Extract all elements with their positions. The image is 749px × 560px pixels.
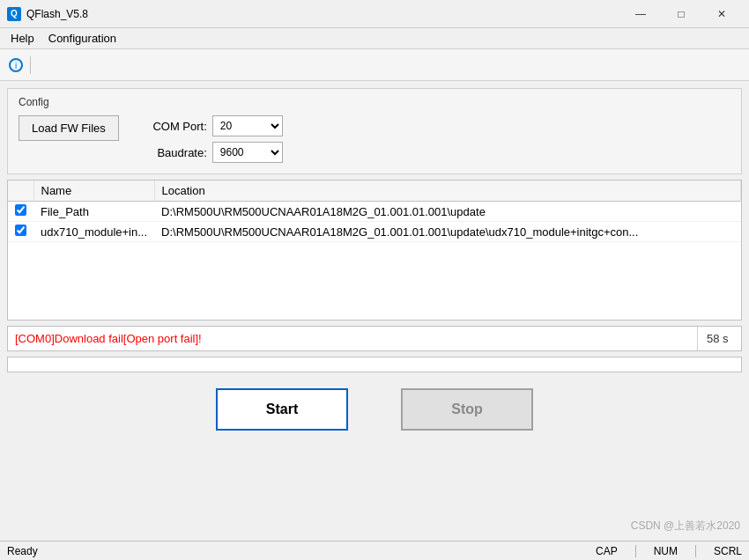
table-row: File_Path D:\RM500U\RM500UCNAAR01A18M2G_… bbox=[8, 202, 741, 222]
buttons-row: Start Stop bbox=[7, 379, 742, 448]
status-num: NUM bbox=[654, 545, 678, 557]
baudrate-row: Baudrate: 9600 19200 38400 57600 115200 bbox=[137, 142, 283, 163]
title-bar-controls: — □ ✕ bbox=[620, 0, 742, 28]
app-icon: Q bbox=[7, 7, 21, 21]
row-location-0: D:\RM500U\RM500UCNAAR01A18M2G_01.001.01.… bbox=[154, 202, 740, 222]
config-section: Config Load FW Files COM Port: 20 1 2 3 … bbox=[7, 88, 742, 174]
baudrate-label: Baudrate: bbox=[137, 146, 207, 159]
title-bar: Q QFlash_V5.8 — □ ✕ bbox=[0, 0, 749, 28]
com-port-row: COM Port: 20 1 2 3 5 10 21 bbox=[137, 115, 283, 136]
row-checkbox-cell bbox=[8, 222, 33, 242]
load-fw-button[interactable]: Load FW Files bbox=[19, 115, 119, 141]
config-fields: COM Port: 20 1 2 3 5 10 21 Baudrate: 960… bbox=[137, 115, 283, 163]
svg-text:i: i bbox=[15, 61, 17, 70]
row-checkbox-cell bbox=[8, 202, 33, 222]
com-port-select[interactable]: 20 1 2 3 5 10 21 bbox=[212, 115, 283, 136]
maximize-button[interactable]: □ bbox=[661, 0, 701, 28]
baudrate-select[interactable]: 9600 19200 38400 57600 115200 bbox=[212, 142, 283, 163]
com-port-label: COM Port: bbox=[137, 120, 207, 133]
progress-area bbox=[7, 357, 742, 372]
row-location-1: D:\RM500U\RM500UCNAAR01A18M2G_01.001.01.… bbox=[154, 222, 740, 242]
main-content: Config Load FW Files COM Port: 20 1 2 3 … bbox=[0, 81, 749, 541]
toolbar-separator bbox=[30, 56, 31, 74]
col-location: Location bbox=[154, 181, 740, 202]
row-checkbox-0[interactable] bbox=[15, 204, 26, 216]
col-name: Name bbox=[33, 181, 154, 202]
table-header-row: Name Location bbox=[8, 181, 741, 202]
row-checkbox-1[interactable] bbox=[15, 225, 26, 236]
row-name-1: udx710_module+in... bbox=[33, 222, 154, 242]
status-sep2 bbox=[695, 545, 696, 557]
menu-configuration[interactable]: Configuration bbox=[41, 30, 123, 47]
config-title: Config bbox=[19, 96, 730, 108]
log-time: 58 s bbox=[697, 327, 741, 350]
file-table-container: Name Location File_Path D:\RM500U\RM500U… bbox=[7, 180, 742, 321]
minimize-button[interactable]: — bbox=[620, 0, 661, 28]
status-cap: CAP bbox=[596, 545, 618, 557]
log-area: [COM0]Download fail[Open port fail]! 58 … bbox=[7, 326, 742, 351]
menu-help[interactable]: Help bbox=[4, 30, 41, 47]
stop-button[interactable]: Stop bbox=[401, 388, 533, 431]
log-message: [COM0]Download fail[Open port fail]! bbox=[8, 327, 697, 350]
status-bar: Ready CAP NUM SCRL bbox=[0, 541, 749, 560]
table-row: udx710_module+in... D:\RM500U\RM500UCNAA… bbox=[8, 222, 741, 242]
file-table: Name Location File_Path D:\RM500U\RM500U… bbox=[8, 181, 741, 242]
title-bar-text: QFlash_V5.8 bbox=[26, 8, 620, 20]
col-checkbox bbox=[8, 181, 33, 202]
file-table-body: File_Path D:\RM500U\RM500UCNAAR01A18M2G_… bbox=[8, 202, 741, 242]
status-sep1 bbox=[635, 545, 636, 557]
status-ready: Ready bbox=[7, 545, 38, 557]
menu-bar: Help Configuration bbox=[0, 28, 749, 49]
status-scrl: SCRL bbox=[714, 545, 742, 557]
config-inner: Load FW Files COM Port: 20 1 2 3 5 10 21 bbox=[19, 115, 730, 163]
close-button[interactable]: ✕ bbox=[701, 0, 742, 28]
toolbar-refresh-icon[interactable]: i bbox=[5, 55, 26, 76]
toolbar: i bbox=[0, 49, 749, 81]
start-button[interactable]: Start bbox=[216, 388, 348, 431]
row-name-0: File_Path bbox=[33, 202, 154, 222]
